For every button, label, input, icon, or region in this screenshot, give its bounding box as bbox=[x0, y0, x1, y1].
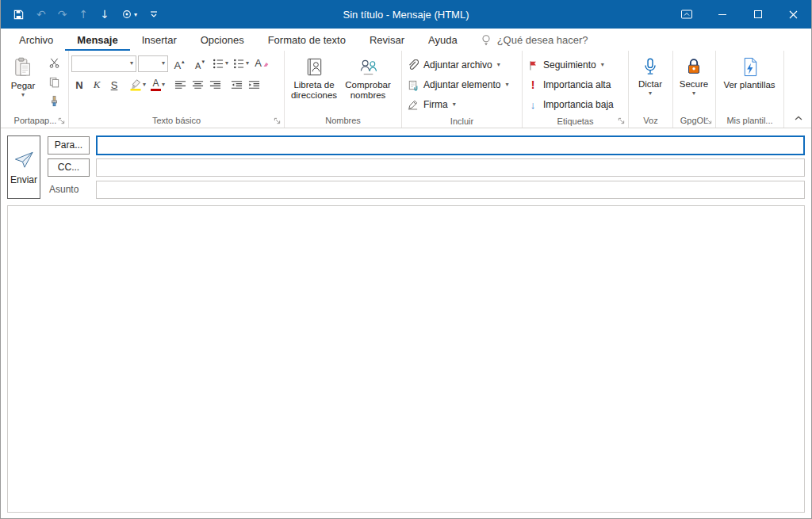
attach-file-label: Adjuntar archivo bbox=[423, 59, 492, 71]
attach-file-button[interactable]: Adjuntar archivo ▾ bbox=[404, 55, 511, 74]
attach-item-button[interactable]: Adjuntar elemento ▾ bbox=[404, 75, 511, 94]
follow-up-label: Seguimiento bbox=[543, 59, 596, 71]
redo-icon[interactable]: ↷ bbox=[58, 5, 67, 24]
shrink-font-button[interactable]: A▾ bbox=[190, 55, 209, 72]
low-importance-button[interactable]: ↓ Importancia baja bbox=[525, 95, 616, 114]
dropdown-caret: ▾ bbox=[134, 11, 137, 18]
move-up-icon[interactable]: ↑ bbox=[79, 5, 88, 24]
message-body[interactable] bbox=[7, 205, 805, 513]
group-label-names: Nombres bbox=[325, 116, 361, 125]
clear-formatting-button[interactable]: A bbox=[252, 55, 271, 72]
cut-button[interactable] bbox=[44, 54, 63, 71]
shrink-font-icon: A bbox=[195, 60, 201, 71]
move-down-icon[interactable]: ↓ bbox=[100, 5, 109, 24]
tab-revisar[interactable]: Revisar bbox=[358, 29, 416, 51]
dropdown-caret: ▾ bbox=[505, 81, 508, 89]
dropdown-caret: ▾ bbox=[453, 101, 456, 109]
tab-ayuda[interactable]: Ayuda bbox=[416, 29, 469, 51]
tab-insertar[interactable]: Insertar bbox=[130, 29, 189, 51]
high-importance-icon: ! bbox=[527, 78, 538, 91]
underline-button[interactable]: S bbox=[106, 76, 122, 93]
signature-icon bbox=[407, 99, 419, 111]
collapse-ribbon-icon[interactable] bbox=[794, 115, 803, 121]
highlight-color-button[interactable]: ▾ bbox=[128, 76, 147, 93]
ribbon-group-gpgol: Secure ▾ GpgOL bbox=[673, 51, 716, 128]
decrease-indent-button[interactable] bbox=[228, 76, 244, 93]
subject-label: Asunto bbox=[48, 184, 90, 195]
signature-button[interactable]: Firma ▾ bbox=[404, 95, 511, 114]
paste-button[interactable]: Pegar ▾ bbox=[5, 52, 41, 113]
align-right-button[interactable] bbox=[207, 76, 223, 93]
secure-button[interactable]: Secure ▾ bbox=[676, 52, 712, 113]
maximize-button[interactable] bbox=[740, 0, 776, 29]
follow-up-button[interactable]: Seguimiento ▾ bbox=[525, 55, 616, 74]
quick-access-toolbar: ↶ ↷ ↑ ↓ ▾ bbox=[1, 5, 159, 24]
grow-font-button[interactable]: A▴ bbox=[170, 55, 189, 72]
dropdown-caret: ▾ bbox=[225, 59, 228, 67]
save-icon[interactable] bbox=[13, 5, 25, 24]
font-size-combobox[interactable]: ▾ bbox=[138, 55, 168, 72]
to-button[interactable]: Para... bbox=[48, 136, 90, 155]
send-label: Enviar bbox=[10, 174, 37, 185]
italic-button[interactable]: K bbox=[89, 76, 105, 93]
touch-mode-icon[interactable]: ▾ bbox=[121, 5, 137, 24]
outlook-message-window: ↶ ↷ ↑ ↓ ▾ Sin título - Mensaje (HTML) bbox=[0, 0, 812, 519]
dialog-launcher-icon[interactable] bbox=[58, 117, 65, 124]
dropdown-caret: ▾ bbox=[246, 59, 249, 67]
cc-field[interactable] bbox=[96, 158, 805, 177]
ribbon-display-options-icon[interactable] bbox=[668, 0, 704, 29]
to-field[interactable] bbox=[96, 135, 805, 155]
high-importance-button[interactable]: ! Importancia alta bbox=[525, 75, 616, 94]
tab-archivo[interactable]: Archivo bbox=[7, 29, 65, 51]
window-controls bbox=[668, 0, 811, 29]
view-templates-button[interactable]: Ver plantillas bbox=[718, 52, 780, 113]
bullets-icon bbox=[213, 59, 224, 69]
subject-field[interactable] bbox=[96, 181, 805, 199]
grow-font-icon: A bbox=[174, 60, 181, 71]
tab-opciones[interactable]: Opciones bbox=[189, 29, 256, 51]
copy-button[interactable] bbox=[44, 73, 63, 90]
address-book-label: Libreta de direcciones bbox=[287, 80, 341, 101]
send-button[interactable]: Enviar bbox=[7, 135, 40, 199]
compose-header: Enviar Para... CC... Asunto bbox=[1, 128, 811, 202]
bold-button[interactable]: N bbox=[71, 76, 87, 93]
paperclip-icon bbox=[407, 59, 419, 71]
group-label-gpgol: GpgOL bbox=[680, 116, 708, 125]
align-center-button[interactable] bbox=[190, 76, 205, 93]
view-templates-label: Ver plantillas bbox=[723, 80, 775, 90]
paste-label: Pegar bbox=[11, 81, 36, 91]
address-book-icon bbox=[304, 56, 325, 78]
ribbon-group-include: Adjuntar archivo ▾ Adjuntar elemento ▾ bbox=[402, 51, 523, 128]
address-book-button[interactable]: Libreta de direcciones bbox=[287, 52, 341, 113]
tell-me-box[interactable]: ¿Qué desea hacer? bbox=[481, 29, 588, 51]
minimize-button[interactable] bbox=[704, 0, 740, 29]
high-importance-label: Importancia alta bbox=[543, 79, 611, 90]
ribbon: Pegar ▾ Portapap... bbox=[1, 51, 811, 128]
numbering-button[interactable]: ▾ bbox=[232, 55, 251, 72]
format-painter-button[interactable] bbox=[44, 92, 63, 109]
tab-formato-de-texto[interactable]: Formato de texto bbox=[256, 29, 358, 51]
dropdown-caret: ▾ bbox=[649, 90, 652, 97]
dialog-launcher-icon[interactable] bbox=[274, 117, 281, 124]
bullets-button[interactable]: ▾ bbox=[211, 55, 230, 72]
dropdown-caret: ▾ bbox=[497, 61, 500, 69]
undo-icon[interactable]: ↶ bbox=[36, 5, 46, 24]
align-left-button[interactable] bbox=[172, 76, 188, 93]
dialog-launcher-icon[interactable] bbox=[618, 117, 625, 124]
dropdown-caret: ▾ bbox=[130, 59, 133, 67]
cc-button[interactable]: CC... bbox=[48, 158, 90, 177]
font-color-button[interactable]: A ▾ bbox=[149, 76, 167, 93]
numbering-icon bbox=[233, 59, 245, 69]
clipboard-icon bbox=[12, 56, 34, 78]
tab-mensaje[interactable]: Mensaje bbox=[65, 29, 129, 51]
dropdown-caret: ▾ bbox=[601, 61, 604, 69]
increase-indent-button[interactable] bbox=[246, 76, 262, 93]
dropdown-caret: ▾ bbox=[21, 91, 25, 99]
dropdown-caret: ▾ bbox=[162, 81, 165, 89]
font-name-combobox[interactable]: ▾ bbox=[71, 55, 136, 72]
close-button[interactable] bbox=[776, 0, 811, 29]
dialog-launcher-icon[interactable] bbox=[705, 117, 712, 124]
check-names-button[interactable]: Comprobar nombres bbox=[341, 52, 395, 113]
dictate-button[interactable]: Dictar ▾ bbox=[631, 52, 669, 113]
customize-toolbar-icon[interactable] bbox=[149, 5, 159, 24]
